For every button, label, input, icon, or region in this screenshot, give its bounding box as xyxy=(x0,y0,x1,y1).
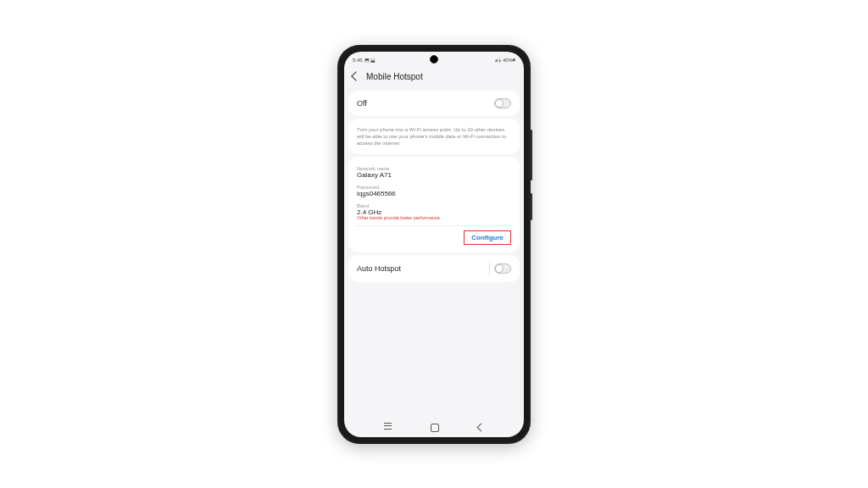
recent-apps-icon[interactable] xyxy=(384,425,392,430)
content: Off Turn your phone into a Wi-Fi access … xyxy=(344,88,524,419)
hotspot-description-card: Turn your phone into a Wi-Fi access poin… xyxy=(348,119,520,154)
screen: 5:45 ⬒ ⬓ ⸙ ⏚ 40%◧ Mobile Hotspot Off Tur… xyxy=(344,52,524,437)
back-icon[interactable] xyxy=(351,71,360,80)
network-config-card: Network name Galaxy A71 Password iqgs046… xyxy=(348,157,520,252)
hotspot-description: Turn your phone into a Wi-Fi access poin… xyxy=(357,126,511,147)
status-right-icons: ⸙ ⏚ 40%◧ xyxy=(495,58,515,63)
front-camera xyxy=(430,55,438,64)
hotspot-state-label: Off xyxy=(357,99,367,108)
navigation-bar xyxy=(344,419,524,437)
configure-highlight-box: Configure xyxy=(464,230,511,245)
configure-row: Configure xyxy=(357,230,511,245)
band-warning: Other bands provide better performance. xyxy=(357,215,511,220)
status-time: 5:45 xyxy=(353,58,363,63)
hotspot-toggle[interactable] xyxy=(494,98,511,108)
divider xyxy=(355,225,513,226)
network-name-value: Galaxy A71 xyxy=(357,171,511,179)
auto-hotspot-toggle[interactable] xyxy=(494,263,511,274)
auto-hotspot-card[interactable]: Auto Hotspot xyxy=(348,255,520,282)
page-title: Mobile Hotspot xyxy=(366,72,423,81)
hotspot-toggle-card: Off xyxy=(348,91,520,116)
auto-hotspot-label: Auto Hotspot xyxy=(357,264,401,273)
password-value: iqgs0465566 xyxy=(357,190,511,197)
configure-button[interactable]: Configure xyxy=(471,234,504,241)
phone-frame: 5:45 ⬒ ⬓ ⸙ ⏚ 40%◧ Mobile Hotspot Off Tur… xyxy=(337,45,531,444)
status-indicators-icon: ⬒ ⬓ xyxy=(364,57,376,63)
auto-divider xyxy=(489,263,490,274)
volume-button xyxy=(531,130,532,180)
home-icon[interactable] xyxy=(431,424,439,432)
app-header: Mobile Hotspot xyxy=(344,67,524,88)
nav-back-icon[interactable] xyxy=(477,424,486,432)
power-button xyxy=(531,193,532,220)
